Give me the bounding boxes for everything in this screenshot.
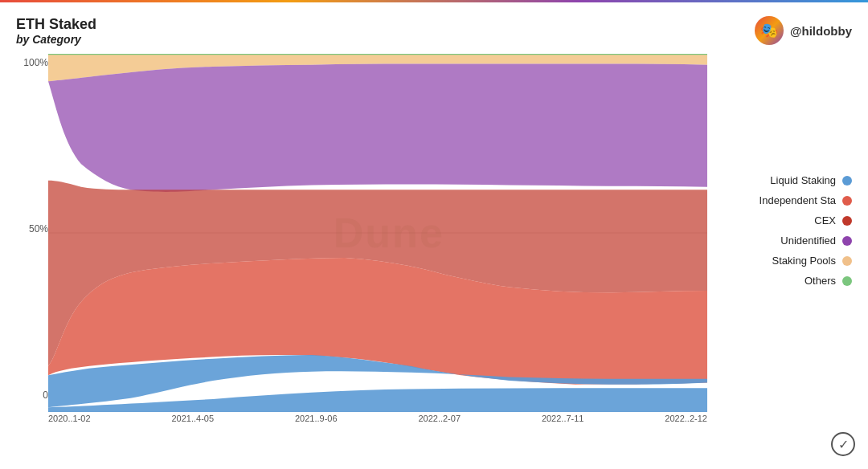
- top-bar: ETH Staked by Category 🎭 @hildobby: [16, 16, 852, 46]
- top-border-decoration: [0, 0, 868, 2]
- legend-item: Independent Sta: [723, 194, 852, 206]
- y-label-50: 50%: [16, 223, 48, 234]
- legend-item: Others: [723, 275, 852, 287]
- chart-svg-area: Dune: [48, 54, 707, 412]
- legend-item: Liquid Staking: [723, 174, 852, 186]
- y-label-100: 100%: [16, 57, 48, 68]
- x-label-1: 2021..4-05: [171, 414, 214, 423]
- legend-label: Unidentified: [780, 234, 836, 247]
- legend-label: Others: [805, 275, 836, 287]
- legend-label: Independent Sta: [760, 194, 836, 206]
- legend-dot: [842, 216, 852, 226]
- x-label-3: 2022..2-07: [418, 414, 461, 423]
- chart-area: 100% 50% 0: [16, 54, 852, 423]
- legend-label: Liquid Staking: [770, 174, 836, 186]
- legend-dot: [842, 196, 852, 206]
- legend-item: Unidentified: [723, 234, 852, 247]
- chart-svg: [48, 54, 707, 412]
- legend-dot: [842, 276, 852, 286]
- y-axis: 100% 50% 0: [16, 54, 48, 423]
- legend-item: CEX: [723, 214, 852, 226]
- y-label-0: 0: [16, 389, 48, 401]
- x-label-2: 2021..9-06: [295, 414, 338, 423]
- legend: Liquid StakingIndependent StaCEXUnidenti…: [723, 54, 852, 423]
- avatar: 🎭: [755, 16, 784, 45]
- title-block: ETH Staked by Category: [16, 16, 96, 46]
- username-text: @hildobby: [790, 24, 852, 38]
- x-label-4: 2022..7-11: [542, 414, 584, 423]
- legend-label: CEX: [814, 214, 836, 226]
- chart-title: ETH Staked: [16, 16, 96, 33]
- x-label-5: 2022..2-12: [665, 414, 707, 423]
- chart-wrapper: 100% 50% 0: [16, 54, 707, 423]
- checkmark-badge: ✓: [831, 432, 855, 456]
- legend-item: Staking Pools: [723, 255, 852, 267]
- legend-label: Staking Pools: [772, 255, 837, 267]
- x-label-0: 2020..1-02: [48, 414, 91, 423]
- legend-dot: [842, 256, 852, 266]
- legend-dot: [842, 176, 852, 186]
- user-handle: 🎭 @hildobby: [755, 16, 852, 45]
- x-axis-labels: 2020..1-02 2021..4-05 2021..9-06 2022..2…: [48, 414, 707, 423]
- main-container: ETH Staked by Category 🎭 @hildobby 100% …: [0, 0, 868, 469]
- chart-subtitle: by Category: [16, 33, 96, 46]
- legend-dot: [842, 236, 852, 246]
